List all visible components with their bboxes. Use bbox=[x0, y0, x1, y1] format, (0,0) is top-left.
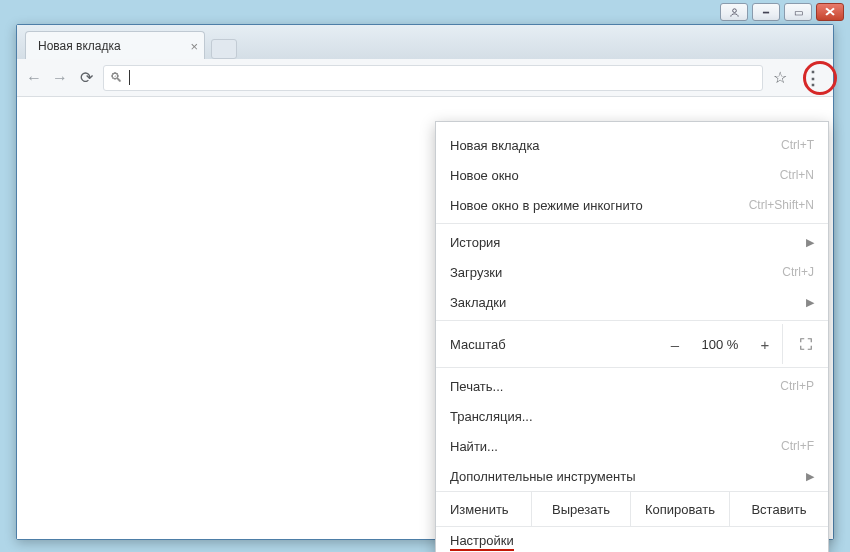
text-caret bbox=[129, 70, 130, 85]
bookmark-star-icon[interactable]: ☆ bbox=[773, 68, 787, 87]
menu-item-incognito[interactable]: Новое окно в режиме инкогнито Ctrl+Shift… bbox=[436, 190, 828, 220]
maximize-button[interactable]: ▭ bbox=[784, 3, 812, 21]
edit-copy-button[interactable]: Копировать bbox=[631, 492, 730, 526]
browser-tab[interactable]: Новая вкладка × bbox=[25, 31, 205, 59]
menu-label: Новое окно bbox=[450, 168, 519, 183]
forward-icon[interactable]: → bbox=[51, 69, 69, 87]
menu-separator bbox=[436, 320, 828, 321]
zoom-in-button[interactable]: + bbox=[748, 336, 782, 353]
search-icon: 🔍︎ bbox=[110, 70, 123, 85]
menu-item-downloads[interactable]: Загрузки Ctrl+J bbox=[436, 257, 828, 287]
menu-shortcut: Ctrl+N bbox=[780, 168, 814, 182]
address-bar[interactable]: 🔍︎ bbox=[103, 65, 763, 91]
zoom-out-button[interactable]: – bbox=[658, 336, 692, 353]
browser-window: Новая вкладка × ← → ⟳ 🔍︎ ☆ ⋮ Новая вклад… bbox=[16, 24, 834, 540]
user-button[interactable] bbox=[720, 3, 748, 21]
edit-paste-button[interactable]: Вставить bbox=[730, 492, 828, 526]
reload-icon[interactable]: ⟳ bbox=[77, 69, 95, 87]
menu-label: Настройки bbox=[450, 533, 514, 551]
svg-point-0 bbox=[732, 8, 736, 12]
menu-item-find[interactable]: Найти... Ctrl+F bbox=[436, 431, 828, 461]
edit-cut-button[interactable]: Вырезать bbox=[532, 492, 631, 526]
fullscreen-icon[interactable] bbox=[782, 324, 828, 364]
menu-label: Трансляция... bbox=[450, 409, 533, 424]
menu-label: История bbox=[450, 235, 500, 250]
menu-label: Загрузки bbox=[450, 265, 502, 280]
menu-label: Печать... bbox=[450, 379, 503, 394]
close-tab-icon[interactable]: × bbox=[190, 38, 198, 53]
menu-label: Новая вкладка bbox=[450, 138, 540, 153]
window-titlebar: ━ ▭ ✕ bbox=[720, 0, 850, 24]
menu-item-more-tools[interactable]: Дополнительные инструменты ▶ bbox=[436, 461, 828, 491]
menu-label: Новое окно в режиме инкогнито bbox=[450, 198, 643, 213]
menu-shortcut: Ctrl+F bbox=[781, 439, 814, 453]
tab-title: Новая вкладка bbox=[38, 39, 121, 53]
menu-shortcut: Ctrl+P bbox=[780, 379, 814, 393]
minimize-button[interactable]: ━ bbox=[752, 3, 780, 21]
menu-item-settings[interactable]: Настройки bbox=[436, 527, 828, 552]
menu-shortcut: Ctrl+T bbox=[781, 138, 814, 152]
menu-shortcut: Ctrl+Shift+N bbox=[749, 198, 814, 212]
menu-item-print[interactable]: Печать... Ctrl+P bbox=[436, 371, 828, 401]
menu-item-new-tab[interactable]: Новая вкладка Ctrl+T bbox=[436, 130, 828, 160]
menu-item-history[interactable]: История ▶ bbox=[436, 227, 828, 257]
chevron-right-icon: ▶ bbox=[806, 470, 814, 483]
menu-separator bbox=[436, 367, 828, 368]
tab-strip: Новая вкладка × bbox=[17, 25, 833, 59]
menu-item-new-window[interactable]: Новое окно Ctrl+N bbox=[436, 160, 828, 190]
toolbar: ← → ⟳ 🔍︎ ☆ ⋮ bbox=[17, 59, 833, 97]
menu-item-edit-row: Изменить Вырезать Копировать Вставить bbox=[436, 491, 828, 527]
chrome-menu-button[interactable]: ⋮ bbox=[801, 66, 825, 90]
chevron-right-icon: ▶ bbox=[806, 236, 814, 249]
zoom-label: Масштаб bbox=[450, 337, 506, 352]
menu-shortcut: Ctrl+J bbox=[782, 265, 814, 279]
menu-separator bbox=[436, 223, 828, 224]
chrome-menu: Новая вкладка Ctrl+T Новое окно Ctrl+N Н… bbox=[435, 121, 829, 552]
edit-label: Изменить bbox=[436, 492, 532, 526]
new-tab-button[interactable] bbox=[211, 39, 237, 59]
menu-label: Закладки bbox=[450, 295, 506, 310]
menu-item-cast[interactable]: Трансляция... bbox=[436, 401, 828, 431]
chevron-right-icon: ▶ bbox=[806, 296, 814, 309]
close-window-button[interactable]: ✕ bbox=[816, 3, 844, 21]
menu-label: Найти... bbox=[450, 439, 498, 454]
menu-label: Дополнительные инструменты bbox=[450, 469, 636, 484]
zoom-value: 100 % bbox=[692, 337, 748, 352]
menu-item-bookmarks[interactable]: Закладки ▶ bbox=[436, 287, 828, 317]
menu-item-zoom: Масштаб – 100 % + bbox=[436, 324, 828, 364]
back-icon[interactable]: ← bbox=[25, 69, 43, 87]
